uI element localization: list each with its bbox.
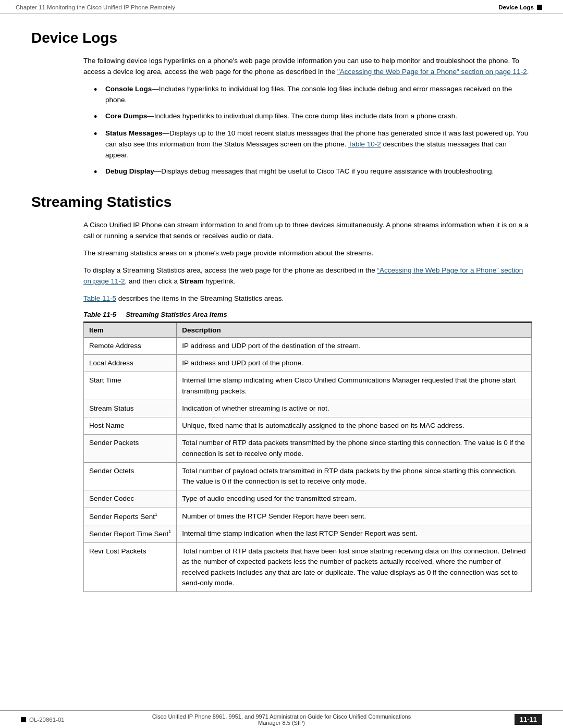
chapter-label: Chapter 11 Monitoring the Cisco Unified … (16, 4, 175, 10)
streaming-para3: To display a Streaming Statistics area, … (83, 265, 532, 287)
streaming-para2: The streaming statistics areas on a phon… (83, 248, 532, 259)
table-cell-description: Internal time stamp indicating when Cisc… (177, 372, 532, 400)
bullet-core-text: Core Dumps—Includes hyperlinks to indivi… (105, 111, 532, 122)
bullet-core-label: Core Dumps (105, 112, 147, 120)
table-caption: Table 11-5 Streaming Statistics Area Ite… (83, 311, 532, 318)
col-description: Description (177, 323, 532, 337)
table-cell-item: Local Address (84, 355, 177, 372)
table-cell-item: Start Time (84, 372, 177, 400)
table-cell-item: Remote Address (84, 337, 177, 354)
page-number: 11-11 (515, 714, 542, 725)
table-cell-description: Total number of RTP data packets transmi… (177, 435, 532, 463)
table-row: Sender Reports Sent1Number of times the … (84, 508, 532, 525)
accessing-link-1[interactable]: "Accessing the Web Page for a Phone" sec… (337, 68, 527, 76)
bullet-dot-1: • (94, 84, 103, 96)
table-cell-description: Indication of whether streaming is activ… (177, 400, 532, 417)
bullet-status-text: Status Messages—Displays up to the 10 mo… (105, 128, 532, 161)
bullet-dot-4: • (94, 166, 103, 178)
table-cell-item: Sender Codec (84, 490, 177, 508)
streaming-statistics-table: Item Description Remote AddressIP addres… (83, 323, 532, 592)
para3-start: To display a Streaming Statistics area, … (83, 266, 377, 274)
table-cell-description: Total number of RTP data packets that ha… (177, 543, 532, 592)
device-logs-title: Device Logs (31, 30, 532, 46)
table-11-5-link[interactable]: Table 11-5 (83, 294, 116, 302)
page-footer: OL-20861-01 Cisco Unified IP Phone 8961,… (0, 710, 563, 728)
table-header-row: Item Description (84, 323, 532, 337)
table-row: Sender CodecType of audio encoding used … (84, 490, 532, 508)
table-cell-item: Sender Octets (84, 462, 177, 490)
table-cell-description: Number of times the RTCP Sender Report h… (177, 508, 532, 525)
col-item: Item (84, 323, 177, 337)
para3-mid: , and then click a (125, 277, 180, 285)
footer-black-square (21, 717, 26, 722)
bullet-debug-display: • Debug Display—Displays debug messages … (94, 166, 532, 178)
intro-end: . (527, 68, 529, 76)
table-cell-description: Internal time stamp indication when the … (177, 525, 532, 543)
section-label: Device Logs (498, 4, 534, 10)
table-cell-item: Sender Report Time Sent1 (84, 525, 177, 543)
table-cell-item: Sender Packets (84, 435, 177, 463)
device-logs-intro: The following device logs hyperlinks on … (83, 56, 532, 78)
para3-end: hyperlink. (203, 277, 236, 285)
table-row: Local AddressIP address and UPD port of … (84, 355, 532, 372)
table-cell-item: Sender Reports Sent1 (84, 508, 177, 525)
table-row: Sender Report Time Sent1Internal time st… (84, 525, 532, 543)
device-logs-bullets: • Console Logs—Includes hyperlinks to in… (94, 84, 532, 178)
footer-left: OL-20861-01 (21, 717, 65, 723)
table-cell-description: Type of audio encoding used for the tran… (177, 490, 532, 508)
table-cell-description: Unique, fixed name that is automatically… (177, 417, 532, 435)
bullet-status-messages: • Status Messages—Displays up to the 10 … (94, 128, 532, 161)
bullet-console-text: Console Logs—Includes hyperlinks to indi… (105, 84, 532, 106)
table-cell-item: Revr Lost Packets (84, 543, 177, 592)
page-header: Chapter 11 Monitoring the Cisco Unified … (0, 0, 563, 14)
table-row: Sender PacketsTotal number of RTP data p… (84, 435, 532, 463)
bullet-console-label: Console Logs (105, 85, 152, 93)
bullet-console-logs: • Console Logs—Includes hyperlinks to in… (94, 84, 532, 106)
main-content: Device Logs The following device logs hy… (0, 14, 563, 639)
bullet-dot-2: • (94, 111, 103, 123)
streaming-statistics-title: Streaming Statistics (31, 194, 532, 211)
stream-bold: Stream (180, 277, 204, 285)
footer-center-text: Cisco Unified IP Phone 8961, 9951, and 9… (141, 713, 422, 726)
table-row: Remote AddressIP address and UDP port of… (84, 337, 532, 354)
streaming-statistics-section: Streaming Statistics A Cisco Unified IP … (31, 194, 532, 592)
table-row: Host NameUnique, fixed name that is auto… (84, 417, 532, 435)
table-cell-item: Stream Status (84, 400, 177, 417)
streaming-para4: Table 11-5 describes the items in the St… (83, 293, 532, 304)
bullet-status-label: Status Messages (105, 129, 163, 137)
bullet-debug-text: Debug Display—Displays debug messages th… (105, 166, 532, 177)
table-row: Start TimeInternal time stamp indicating… (84, 372, 532, 400)
table-caption-bold: Table 11-5 (83, 311, 116, 318)
table-cell-description: IP address and UDP port of the destinati… (177, 337, 532, 354)
table-cell-item: Host Name (84, 417, 177, 435)
table-cell-description: IP address and UPD port of the phone. (177, 355, 532, 372)
bullet-dot-3: • (94, 128, 103, 140)
bullet-debug-label: Debug Display (105, 167, 154, 175)
table-cell-description: Total number of payload octets transmitt… (177, 462, 532, 490)
header-black-square (537, 5, 542, 10)
table-10-2-link[interactable]: Table 10-2 (348, 140, 381, 148)
table-row: Stream StatusIndication of whether strea… (84, 400, 532, 417)
table-row: Sender OctetsTotal number of payload oct… (84, 462, 532, 490)
doc-number: OL-20861-01 (29, 717, 65, 723)
table-row: Revr Lost PacketsTotal number of RTP dat… (84, 543, 532, 592)
table-caption-italic: Streaming Statistics Area Items (126, 311, 227, 318)
para4-end: describes the items in the Streaming Sta… (116, 294, 284, 302)
bullet-core-dumps: • Core Dumps—Includes hyperlinks to indi… (94, 111, 532, 123)
streaming-para1: A Cisco Unified IP Phone can stream info… (83, 220, 532, 242)
